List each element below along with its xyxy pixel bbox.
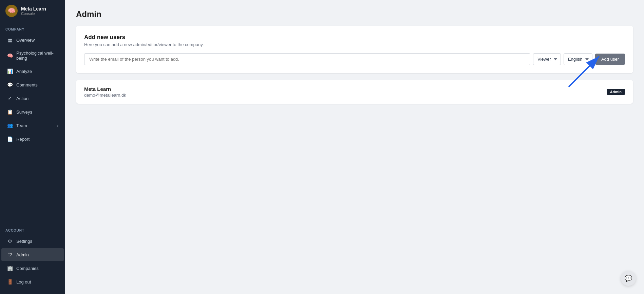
surveys-icon: 📋 xyxy=(7,109,13,115)
add-user-form: Viewer Editor Admin English Danish Add u… xyxy=(84,53,625,65)
sidebar: 🧠 Meta Learn Console COMPANY ▦ Overview … xyxy=(0,0,65,294)
sidebar-item-label: Comments xyxy=(16,82,38,87)
sidebar-item-overview[interactable]: ▦ Overview xyxy=(1,34,64,46)
user-card: Meta Learn demo@metallearn.dk Admin xyxy=(76,80,633,104)
page-header: Admin xyxy=(65,0,644,26)
chat-fab-button[interactable]: 💬 xyxy=(621,271,636,286)
sidebar-item-label: Admin xyxy=(16,252,29,257)
admin-badge: Admin xyxy=(607,89,625,95)
team-icon: 👥 xyxy=(7,122,13,129)
settings-icon: ⚙ xyxy=(7,238,13,244)
user-email: demo@metallearn.dk xyxy=(84,93,126,98)
arrow-annotation xyxy=(565,50,606,90)
sidebar-item-label: Analyze xyxy=(16,69,32,74)
email-input[interactable] xyxy=(84,53,530,65)
add-users-card: Add new users Here you can add a new adm… xyxy=(76,26,633,73)
company-section-label: COMPANY xyxy=(0,22,65,33)
sidebar-item-admin[interactable]: 🛡 Admin xyxy=(1,248,64,261)
sidebar-logo[interactable]: 🧠 Meta Learn Console xyxy=(0,0,65,22)
main-content: Admin Add new users Here you can add a n… xyxy=(65,0,644,294)
chart-icon: 📊 xyxy=(7,68,13,74)
logo-icon: 🧠 xyxy=(5,5,18,17)
sidebar-item-analyze[interactable]: 📊 Analyze xyxy=(1,65,64,78)
sidebar-item-report[interactable]: 📄 Report xyxy=(1,133,64,145)
report-icon: 📄 xyxy=(7,136,13,142)
logo-text: Meta Learn Console xyxy=(21,6,46,16)
sidebar-item-label: Report xyxy=(16,137,30,142)
admin-icon: 🛡 xyxy=(7,252,13,258)
sidebar-item-label: Action xyxy=(16,96,29,101)
sidebar-item-surveys[interactable]: 📋 Surveys xyxy=(1,105,64,118)
sidebar-item-companies[interactable]: 🏢 Companies xyxy=(1,262,64,275)
sidebar-item-psychological-wellbeing[interactable]: 🧠 Psychological well-being xyxy=(1,47,64,64)
user-info: Meta Learn demo@metallearn.dk xyxy=(84,86,126,98)
sidebar-item-label: Psychological well-being xyxy=(16,51,58,61)
sidebar-item-logout[interactable]: 🚪 Log out xyxy=(1,275,64,288)
page-title: Admin xyxy=(76,9,633,19)
check-icon: ✓ xyxy=(7,95,13,101)
add-users-title: Add new users xyxy=(84,34,625,41)
sidebar-item-label: Log out xyxy=(16,279,31,285)
chevron-right-icon: › xyxy=(57,123,58,128)
sidebar-item-label: Surveys xyxy=(16,110,32,115)
sidebar-item-label: Settings xyxy=(16,239,32,244)
sidebar-item-label: Team xyxy=(16,123,27,128)
sidebar-item-label: Companies xyxy=(16,266,39,271)
sidebar-item-action[interactable]: ✓ Action xyxy=(1,92,64,105)
user-name: Meta Learn xyxy=(84,86,126,92)
sidebar-item-label: Overview xyxy=(16,38,35,43)
companies-icon: 🏢 xyxy=(7,265,13,271)
app-title: Meta Learn xyxy=(21,6,46,12)
add-users-subtitle: Here you can add a new admin/editor/view… xyxy=(84,42,625,47)
svg-line-1 xyxy=(569,56,599,87)
chat-icon: 💬 xyxy=(625,275,632,282)
brain-icon: 🧠 xyxy=(7,53,13,59)
sidebar-item-settings[interactable]: ⚙ Settings xyxy=(1,235,64,248)
logout-icon: 🚪 xyxy=(7,279,13,285)
role-select[interactable]: Viewer Editor Admin xyxy=(533,53,561,65)
overview-icon: ▦ xyxy=(7,37,13,43)
comments-icon: 💬 xyxy=(7,82,13,88)
app-subtitle: Console xyxy=(21,12,46,16)
sidebar-item-team[interactable]: 👥 Team › xyxy=(1,119,64,132)
sidebar-item-comments[interactable]: 💬 Comments xyxy=(1,78,64,91)
account-section-label: ACCOUNT xyxy=(0,223,65,234)
